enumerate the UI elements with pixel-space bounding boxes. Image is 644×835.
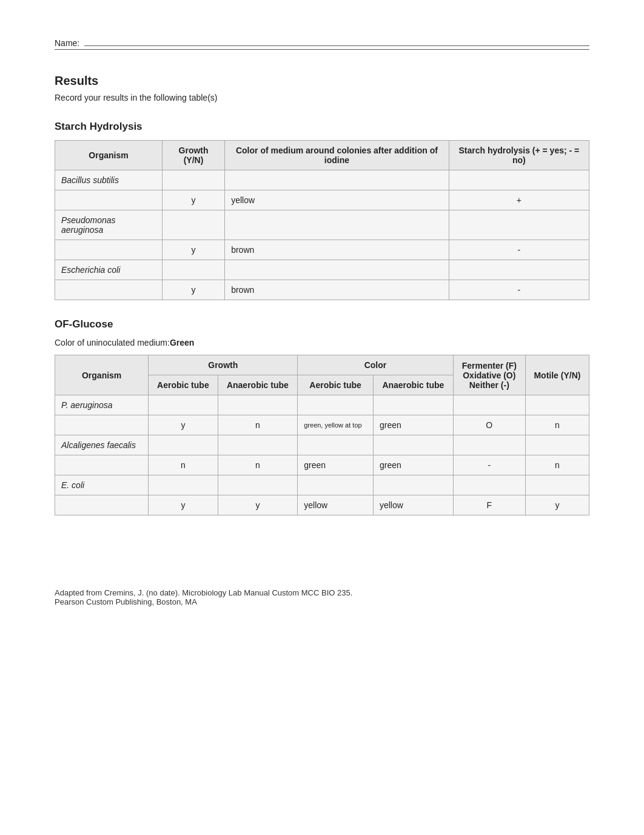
of-aerobic-c-val: green [298,455,374,475]
color-uninoc-line: Color of uninoculated medium:Green [55,338,589,347]
starch-col-color: Color of medium around colonies after ad… [225,141,449,170]
of-glucose-section: OF-Glucose Color of uninoculated medium:… [55,318,589,515]
of-organism-cell: E. coli [55,475,149,495]
color-cell [225,260,449,280]
of-motile-val: y [525,495,589,515]
color-cell [225,170,449,190]
color-uninoc-value: Green [170,338,194,347]
name-underline [84,36,589,46]
table-row-data: y y yellow yellow F y [55,495,589,515]
color-val: brown [225,240,449,260]
results-title: Results [55,74,589,88]
of-anaerobic-g [218,395,298,415]
footer: Adapted from Cremins, J. (no date). Micr… [55,588,589,606]
of-spacer [55,455,149,475]
table-row: Pseudomonas aeruginosa [55,210,589,240]
of-organism-cell: Alcaligenes faecalis [55,435,149,455]
of-motile [525,475,589,495]
results-subtitle: Record your results in the following tab… [55,93,589,102]
of-fermenter [453,475,525,495]
of-anaerobic-c-val: green [373,455,453,475]
of-anaerobic-c [373,395,453,415]
growth-val: y [162,280,224,300]
of-motile [525,435,589,455]
of-aerobic-g-val: y [149,495,218,515]
of-col-organism: Organism [55,355,149,395]
hydrolysis-val: - [449,280,589,300]
growth-val: y [162,190,224,210]
of-motile-val: n [525,455,589,475]
of-fermenter [453,395,525,415]
color-uninoc-label: Color of uninoculated medium: [55,338,170,347]
table-row: E. coli [55,475,589,495]
of-anaerobic-c-val: green [373,415,453,435]
of-motile [525,395,589,415]
growth-cell [162,260,224,280]
of-anaerobic-c [373,475,453,495]
table-row: P. aeruginosa [55,395,589,415]
of-fermenter-val: F [453,495,525,515]
of-anaerobic-c-val: yellow [373,495,453,515]
color-val: brown [225,280,449,300]
table-row-data: y brown - [55,280,589,300]
organism-cell: Pseudomonas aeruginosa [55,210,163,240]
of-aerobic-c-val: green, yellow at top [298,415,374,435]
hydrolysis-cell [449,210,589,240]
results-section: Results Record your results in the follo… [55,74,589,102]
of-anaerobic-c [373,435,453,455]
of-aerobic-c-val: yellow [298,495,374,515]
of-spacer [55,495,149,515]
starch-col-hydrolysis: Starch hydrolysis (+ = yes; - = no) [449,141,589,170]
growth-val: y [162,240,224,260]
table-row: Escherichia coli [55,260,589,280]
of-col-color: Color [298,355,453,375]
of-anaerobic-g [218,475,298,495]
of-glucose-title: OF-Glucose [55,318,589,330]
table-row-data: y yellow + [55,190,589,210]
of-col-aerobic-growth: Aerobic tube [149,375,218,395]
of-col-fermenter: Fermenter (F)Oxidative (O)Neither (-) [453,355,525,395]
of-aerobic-c [298,475,374,495]
organism-spacer [55,280,163,300]
organism-spacer [55,240,163,260]
of-col-growth: Growth [149,355,298,375]
organism-spacer [55,190,163,210]
of-glucose-table: Organism Growth Color Fermenter (F)Oxida… [55,355,589,515]
growth-cell [162,210,224,240]
of-col-anaerobic-growth: Anaerobic tube [218,375,298,395]
footer-line2: Pearson Custom Publishing, Boston, MA [55,597,589,606]
starch-col-growth: Growth (Y/N) [162,141,224,170]
of-anaerobic-g [218,435,298,455]
color-cell [225,210,449,240]
table-row: Bacillus subtilis [55,170,589,190]
of-aerobic-c [298,395,374,415]
of-aerobic-g [149,475,218,495]
of-col-anaerobic-color: Anaerobic tube [373,375,453,395]
table-row-data: y n green, yellow at top green O n [55,415,589,435]
of-aerobic-c [298,435,374,455]
of-col-motile: Motile (Y/N) [525,355,589,395]
hydrolysis-cell [449,170,589,190]
table-row-data: y brown - [55,240,589,260]
organism-cell: Escherichia coli [55,260,163,280]
of-motile-val: n [525,415,589,435]
footer-line1: Adapted from Cremins, J. (no date). Micr… [55,588,589,597]
of-col-aerobic-color: Aerobic tube [298,375,374,395]
of-fermenter-val: O [453,415,525,435]
of-anaerobic-g-val: n [218,455,298,475]
name-line: Name: [55,36,589,50]
starch-hydrolysis-title: Starch Hydrolysis [55,121,589,133]
of-anaerobic-g-val: y [218,495,298,515]
hydrolysis-val: - [449,240,589,260]
of-fermenter-val: - [453,455,525,475]
of-organism-cell: P. aeruginosa [55,395,149,415]
hydrolysis-val: + [449,190,589,210]
starch-hydrolysis-table: Organism Growth (Y/N) Color of medium ar… [55,140,589,300]
growth-cell [162,170,224,190]
name-label: Name: [55,38,79,48]
of-aerobic-g-val: n [149,455,218,475]
of-spacer [55,415,149,435]
organism-cell: Bacillus subtilis [55,170,163,190]
of-aerobic-g [149,395,218,415]
of-fermenter [453,435,525,455]
